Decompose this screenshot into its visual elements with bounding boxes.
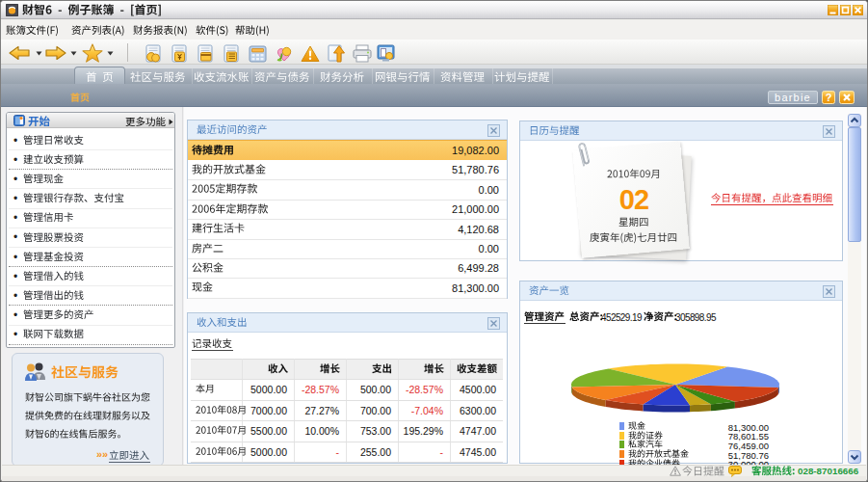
svg-text:?: ?: [826, 92, 832, 103]
